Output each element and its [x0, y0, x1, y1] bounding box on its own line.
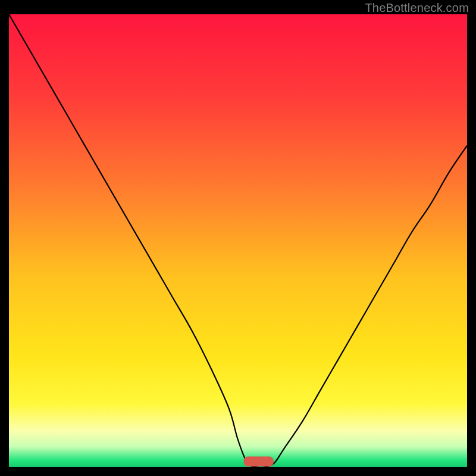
chart-frame: TheBottleneck.com: [0, 0, 476, 476]
optimum-marker: [244, 456, 274, 466]
plot-area: [9, 14, 467, 467]
chart-svg: [9, 14, 467, 467]
gradient-background: [9, 14, 467, 467]
attribution-label: TheBottleneck.com: [365, 1, 469, 15]
